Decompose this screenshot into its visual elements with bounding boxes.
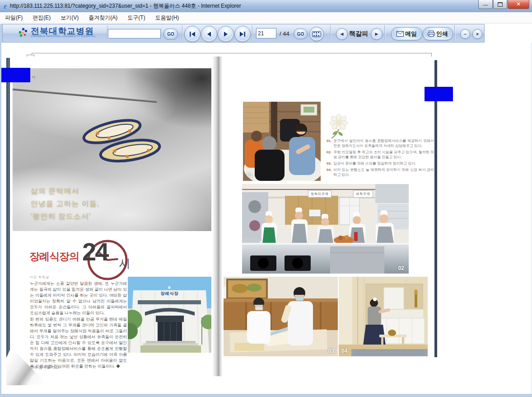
last-page-icon (239, 32, 246, 37)
mail-button[interactable]: 메일 (391, 27, 422, 40)
viewer-minimize-button[interactable]: – (460, 29, 470, 39)
window-title: http://183.111.225.113:81/?category_sid=… (10, 2, 241, 10)
list-item: 04. 비어 있는 분향소도 늘 깨끗하게 유지하기 위해 신경 써서 관리하고… (327, 167, 434, 177)
ie-window: e http://183.111.225.113:81/?category_si… (0, 0, 532, 397)
viewer-close-button[interactable]: × (472, 29, 482, 39)
photo-caption-list: 01. 운구에서 발인까지 원스톱 종합장례서비스를 제공하기 위해서 전문 장… (327, 138, 434, 179)
filmstrip-icon (312, 31, 321, 37)
mail-icon (397, 31, 404, 37)
hospital-logo: 전북대학교병원 CHONBUK NATIONAL UNIVERSITY HOSP… (31, 27, 96, 38)
viewer-close-icon: × (476, 31, 479, 37)
last-page-button[interactable] (234, 26, 251, 42)
separator (384, 25, 385, 41)
menu-favorites[interactable]: 즐겨찾기(A) (84, 14, 122, 22)
list-number: 03. (327, 161, 331, 166)
list-text: 입관식 준비를 위해 수의를 정갈하게 정리하고 있다. (333, 161, 416, 166)
photo-memorial-altar: 04 (339, 277, 428, 356)
print-button[interactable]: 인쇄 (423, 27, 453, 40)
building-sign: 장례식장 (128, 291, 211, 297)
list-text: 운구에서 발인까지 원스톱 종합장례서비스를 제공하기 위해서 전문 장례지도사… (333, 138, 434, 148)
article-title: 장례식장의 24 시 사진 최정남 (29, 241, 147, 279)
window-frame-bottom (0, 394, 532, 397)
first-page-icon (189, 32, 196, 37)
search-input[interactable] (108, 29, 161, 38)
search-go-button[interactable]: GO (163, 28, 178, 40)
hospital-logo-icon (18, 28, 28, 38)
menu-tools[interactable]: 도구(T) (122, 14, 150, 22)
hospital-name: 전북대학교병원 (31, 27, 96, 35)
book-cover-left-edge (6, 58, 10, 377)
minimize-icon: — (483, 2, 488, 7)
separator (252, 25, 252, 41)
prev-page-button[interactable] (201, 26, 217, 42)
prev-page-icon (206, 32, 212, 37)
redaction-box (425, 87, 453, 101)
thumbnail-view-button[interactable] (309, 27, 324, 41)
close-button[interactable]: ✕ (508, 0, 529, 9)
next-page-button[interactable] (218, 26, 234, 42)
maximize-button[interactable] (493, 0, 507, 9)
list-item: 01. 운구에서 발인까지 원스톱 종합장례서비스를 제공하기 위해서 전문 장… (327, 138, 434, 148)
bookmark-prev-icon: ◀ (341, 32, 344, 36)
mail-label: 메일 (405, 30, 417, 38)
article-title-text: 장례식장의 (29, 250, 79, 264)
menubar: 파일(F) 편집(E) 보기(V) 즐겨찾기(A) 도구(T) 도움말(H) (0, 12, 532, 24)
redaction-box (1, 68, 30, 82)
article-body: 누군가에게는 소풍 같았던 달콤한 생애, 또 누군가에게는 질곡의 삶이 있을… (30, 281, 127, 370)
menu-view[interactable]: 보기(V) (56, 14, 84, 22)
bookmark-prev-button[interactable]: ◀ (336, 28, 348, 40)
photo-label: 02 (398, 265, 404, 271)
page-number-input[interactable] (256, 28, 276, 38)
kitchen-zone-sign: 세척구역 (353, 190, 373, 198)
menu-help[interactable]: 도움말(H) (150, 14, 184, 22)
body-paragraph: 누군가에게는 소풍 같았던 달콤한 생애, 또 누군가에게는 질곡의 삶이 있을… (30, 281, 127, 316)
photo-funeral-hall-building: 장례식장 (128, 277, 211, 353)
ie-icon: e (4, 2, 7, 10)
print-label: 인쇄 (436, 30, 448, 38)
chrysanthemum-icon (329, 114, 349, 140)
building-illustration (128, 277, 211, 353)
bookmark-next-button[interactable]: ▶ (371, 28, 383, 40)
hospital-name-en: CHONBUK NATIONAL UNIVERSITY HOSPITAL (31, 35, 96, 38)
caption-line: ‘평안히 잠드소서’ (31, 210, 99, 223)
body-paragraph: 한 번의 임종도 견디기 어려울 만큼 무거울 텐데 매일 하루에도 몇 번씩 … (30, 317, 127, 369)
caption-line: 안녕을 고하는 이들, (31, 198, 99, 210)
photo-rod (13, 88, 157, 103)
bookmark-next-icon: ▶ (375, 32, 378, 36)
separator (107, 25, 107, 41)
page-go-button[interactable]: GO (294, 28, 308, 39)
search-go-label: GO (167, 32, 174, 37)
garment-illustration (224, 277, 338, 356)
menu-edit[interactable]: 편집(E) (28, 14, 56, 22)
viewer-minimize-icon: – (464, 31, 467, 37)
print-icon (428, 31, 435, 37)
first-page-button[interactable] (184, 26, 201, 42)
photo-label: 04 (341, 348, 347, 354)
window-controls: — ✕ (478, 0, 529, 9)
list-item: 03. 입관식 준비를 위해 수의를 정갈하게 정리하고 있다. (327, 161, 434, 166)
list-text: 비어 있는 분향소도 늘 깨끗하게 유지하기 위해 신경 써서 관리하고 있다. (333, 167, 434, 177)
photo-burial-garments: 삶의 문턱에서 안녕을 고하는 이들, ‘평안히 잠드소서’ (13, 68, 211, 231)
next-page-icon (223, 32, 229, 37)
photo-label: 01 (247, 172, 252, 178)
list-number: 02. (327, 150, 331, 160)
book-cover-right-edge (434, 60, 437, 357)
photo-credit: 사진 최정남 (30, 275, 49, 279)
minimize-button[interactable]: — (478, 0, 493, 9)
list-number: 01. (327, 138, 331, 148)
article-title-suffix: 시 (119, 256, 131, 272)
separator (330, 25, 331, 41)
bookmark-label: 책갈피 (349, 30, 368, 38)
caption-line: 삶의 문턱에서 (31, 185, 99, 198)
consultation-illustration (243, 102, 321, 181)
titlebar: e http://183.111.225.113:81/?category_si… (0, 0, 532, 13)
menu-file[interactable]: 파일(F) (0, 14, 28, 22)
list-number: 04. (327, 167, 331, 177)
article-title-number: 24 (82, 237, 107, 266)
viewer-toolbar: 전북대학교병원 CHONBUK NATIONAL UNIVERSITY HOSP… (2, 24, 485, 43)
list-item: 02. 주방 리모델링 후 최고의 조리 시설을 갖추고 있으며, 철저한 위생… (327, 150, 434, 160)
photo-caption: 삶의 문턱에서 안녕을 고하는 이들, ‘평안히 잠드소서’ (31, 185, 99, 223)
close-icon: ✕ (516, 1, 520, 7)
separator (454, 25, 455, 41)
page-total: / 44 (280, 30, 289, 37)
